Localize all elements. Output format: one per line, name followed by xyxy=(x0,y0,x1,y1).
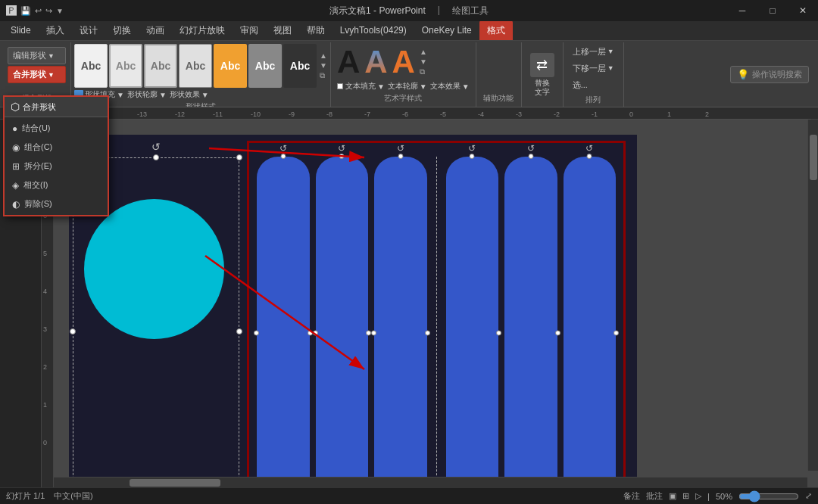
shape-style-3[interactable]: Abc xyxy=(144,44,177,88)
save-icon[interactable]: 💾 xyxy=(20,6,31,16)
r1-left-handle[interactable] xyxy=(254,331,259,336)
redo-icon[interactable]: ↪ xyxy=(45,6,52,16)
tab-design[interactable]: 设计 xyxy=(72,20,105,40)
horizontal-scrollbar[interactable] xyxy=(54,477,807,487)
powerpoint-logo-icon[interactable]: 🅿 xyxy=(6,5,17,17)
wordart-up-icon[interactable]: ▲ xyxy=(420,48,427,56)
replace-text-button[interactable]: ⇄ 替换文字 xyxy=(522,42,564,107)
edit-shape-button[interactable]: 编辑形状 ▼ xyxy=(8,47,66,64)
move-down-button[interactable]: 下移一层 ▼ xyxy=(570,61,617,76)
sel-handle-tr[interactable] xyxy=(236,154,242,160)
merge-item-combine[interactable]: ◉ 组合(C) xyxy=(5,138,108,157)
sel-handle-ml[interactable] xyxy=(70,328,76,334)
r3-right-handle[interactable] xyxy=(425,331,430,336)
rounded-rect-2[interactable]: ↺ xyxy=(316,157,369,487)
zoom-fit-button[interactable]: ⤢ xyxy=(805,491,812,501)
tab-view[interactable]: 视图 xyxy=(266,20,299,40)
shape-effect-button[interactable]: 形状效果 ▼ xyxy=(170,89,209,100)
tab-animation[interactable]: 动画 xyxy=(139,20,172,40)
sel-handle-tc[interactable] xyxy=(153,154,159,160)
shape-styles-down-icon[interactable]: ▼ xyxy=(320,61,327,70)
text-fill-button[interactable]: 文本填充 ▼ xyxy=(337,81,385,92)
wordart-a-gradient[interactable]: A xyxy=(364,46,387,78)
shape-outline-button[interactable]: 形状轮廓 ▼ xyxy=(127,89,167,100)
merge-item-union[interactable]: ● 结合(U) xyxy=(5,119,108,138)
normal-view-icon[interactable]: ▣ xyxy=(669,491,676,501)
r1-top-handle[interactable] xyxy=(280,154,286,159)
r6-top-handle[interactable] xyxy=(587,154,592,159)
rounded-rect-4[interactable]: ↺ xyxy=(446,157,499,487)
tab-transitions[interactable]: 切换 xyxy=(105,20,139,40)
shape-style-5[interactable]: Abc xyxy=(214,44,247,88)
shape-styles-expand-icon[interactable]: ⧉ xyxy=(320,71,327,80)
shape-style-4[interactable]: Abc xyxy=(179,44,212,88)
merge-item-fragment[interactable]: ⊞ 拆分(E) xyxy=(5,157,108,176)
wordart-a-black[interactable]: A xyxy=(337,46,360,78)
search-box[interactable]: 💡 操作说明搜索 xyxy=(730,66,809,83)
quick-access-more[interactable]: ▼ xyxy=(56,7,64,15)
rotate-handle-r3[interactable]: ↺ xyxy=(397,143,404,154)
r5-top-handle[interactable] xyxy=(528,154,533,159)
merge-item-intersect[interactable]: ◈ 相交(I) xyxy=(5,176,108,194)
minimize-button[interactable]: ─ xyxy=(727,0,757,21)
text-outline-button[interactable]: 文本轮廓 ▼ xyxy=(388,81,427,92)
r3-top-handle[interactable] xyxy=(398,154,403,159)
shape-style-2[interactable]: Abc xyxy=(109,44,142,88)
sel-handle-mr[interactable] xyxy=(236,328,242,334)
scrollbar-thumb-h[interactable] xyxy=(130,479,220,487)
cyan-circle[interactable] xyxy=(84,199,224,339)
r4-right-handle[interactable] xyxy=(496,331,501,336)
zoom-slider[interactable] xyxy=(738,490,799,502)
rotate-handle-r5[interactable]: ↺ xyxy=(527,143,535,154)
svg-text:-6: -6 xyxy=(402,110,408,118)
move-up-button[interactable]: 上移一层 ▼ xyxy=(570,45,617,59)
r2-top-handle[interactable] xyxy=(339,154,345,159)
rotate-handle-r4[interactable]: ↺ xyxy=(468,143,476,154)
tab-lvyhtools[interactable]: LvyhTools(0429) xyxy=(333,20,414,40)
wordart-down-icon[interactable]: ▼ xyxy=(420,58,427,66)
rounded-rect-1[interactable]: ↺ xyxy=(257,157,310,487)
tab-insert[interactable]: 插入 xyxy=(39,20,72,40)
r5-right-handle[interactable] xyxy=(555,331,560,336)
wordart-expand-icon[interactable]: ⧉ xyxy=(420,67,427,76)
slideshow-view-icon[interactable]: ▷ xyxy=(695,491,701,501)
tab-slideshow[interactable]: 幻灯片放映 xyxy=(172,20,233,40)
reading-view-icon[interactable]: ⊞ xyxy=(682,491,689,501)
shape-styles-up-icon[interactable]: ▲ xyxy=(320,51,327,60)
shape-style-1[interactable]: Abc xyxy=(74,44,108,88)
r2-right-handle[interactable] xyxy=(366,331,371,336)
rounded-rect-3[interactable]: ↺ xyxy=(374,157,427,487)
tab-onekey[interactable]: OneKey Lite xyxy=(414,20,479,40)
vertical-scrollbar[interactable] xyxy=(807,120,818,471)
maximize-button[interactable]: □ xyxy=(757,0,788,21)
shape-style-7[interactable]: Abc xyxy=(283,44,317,88)
select-button[interactable]: 选... xyxy=(570,78,617,92)
rotate-handle-r6[interactable]: ↺ xyxy=(585,143,593,154)
tab-review[interactable]: 审阅 xyxy=(233,20,266,40)
close-button[interactable]: ✕ xyxy=(788,0,818,21)
r2-left-handle[interactable] xyxy=(313,331,318,336)
canvas-area[interactable]: ↺ ↺ ↺ xyxy=(54,120,818,487)
r4-top-handle[interactable] xyxy=(470,154,475,159)
wordart-a-orange[interactable]: A xyxy=(392,46,415,78)
rounded-rect-5[interactable]: ↺ xyxy=(504,157,557,487)
tab-format[interactable]: 格式 xyxy=(479,20,513,40)
right-shapes-group[interactable]: ↺ ↺ xyxy=(247,141,626,487)
rotate-handle-r2[interactable]: ↺ xyxy=(338,143,345,154)
rotate-handle-left[interactable]: ↺ xyxy=(151,141,161,153)
rotate-handle-r1[interactable]: ↺ xyxy=(279,143,287,154)
notes-button[interactable]: 备注 xyxy=(623,490,640,502)
shape-style-6[interactable]: Abc xyxy=(248,44,282,88)
comments-button[interactable]: 批注 xyxy=(646,490,663,502)
r1-right-handle[interactable] xyxy=(308,331,313,336)
rounded-rect-6[interactable]: ↺ xyxy=(564,157,617,487)
scrollbar-thumb-v[interactable] xyxy=(810,135,817,180)
undo-icon[interactable]: ↩ xyxy=(35,6,42,16)
tab-help[interactable]: 帮助 xyxy=(299,20,333,40)
tab-slide[interactable]: Slide xyxy=(3,20,39,40)
merge-item-subtract[interactable]: ◐ 剪除(S) xyxy=(5,194,108,213)
r6-right-handle[interactable] xyxy=(614,331,619,336)
r3-left-handle[interactable] xyxy=(371,331,376,336)
merge-shape-button[interactable]: 合并形状 ▼ xyxy=(8,66,66,83)
text-effect-button[interactable]: 文本效果 ▼ xyxy=(430,81,470,92)
